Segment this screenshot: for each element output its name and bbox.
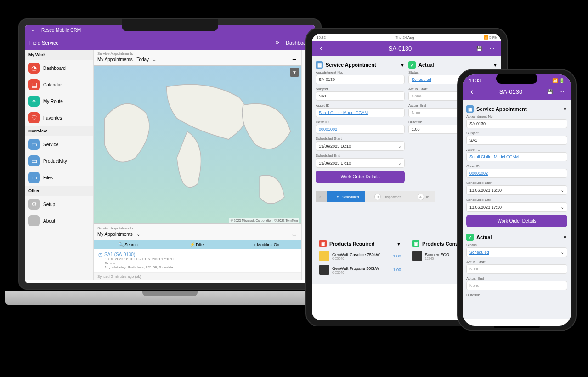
lightning-icon: ⚡ <box>190 242 195 247</box>
sidebar-item-setup[interactable]: ⚙Setup <box>25 196 93 212</box>
sidebar-item-dashboard[interactable]: ◔Dashboard <box>25 60 93 76</box>
dashboard-icon: ◔ <box>28 63 40 74</box>
product-row[interactable]: GenWatt Propane 500kWGC3040 1.00 <box>319 263 401 277</box>
folder-icon: ▭ <box>28 139 40 150</box>
filter-tab[interactable]: ⚡ Filter <box>163 240 232 249</box>
export-icon[interactable]: ▭ <box>290 230 298 238</box>
back-icon[interactable]: ‹ <box>317 45 325 52</box>
calendar-icon: ▦ <box>466 105 474 113</box>
chevron-down-icon[interactable]: ▼ <box>563 235 567 240</box>
tablet-header: ‹ SA-0130 💾 ⋯ <box>312 41 501 56</box>
battery-icon: 🔋 <box>559 78 565 83</box>
search-tab[interactable]: 🔍 Search <box>94 240 163 249</box>
appt-no-field[interactable]: SA-0130 <box>466 119 567 128</box>
sched-end-field[interactable]: 13/06/2023 17:10⌄ <box>316 158 405 168</box>
sort-tab[interactable]: ↓ Modified On <box>232 240 301 249</box>
sort-icon: ↓ <box>254 242 256 247</box>
phone-notch <box>496 74 537 84</box>
folder-icon: ▭ <box>28 172 40 183</box>
check-icon: ✓ <box>408 61 416 69</box>
chevron-down-icon[interactable]: ⌄ <box>151 56 158 63</box>
wifi-icon: 📶 <box>484 35 488 40</box>
case-field[interactable]: 00001002 <box>466 169 567 178</box>
chevron-down-icon[interactable]: ⌄ <box>135 230 142 238</box>
folder-icon: ▭ <box>28 155 40 166</box>
act-end-field[interactable]: None <box>466 281 567 290</box>
appointment-row[interactable]: ◷ SA1 (SA-0130) 13. 6. 2023 16:10:00 - 1… <box>94 249 301 273</box>
subject-field[interactable]: SA1 <box>316 91 405 101</box>
sidebar-group-other: Other <box>25 186 93 196</box>
info-icon: i <box>28 215 40 226</box>
filter-icon[interactable]: ▼ <box>290 68 299 77</box>
phone-home-indicator <box>494 326 540 328</box>
chevron-down-icon: ⌄ <box>560 205 564 210</box>
map[interactable]: ▼ © 2023 Microsoft Corporation, © 2023 T… <box>94 65 301 224</box>
section-actual[interactable]: ✓ Actual ▼ <box>466 232 567 243</box>
progress-scheduled[interactable]: ✦Scheduled <box>327 191 366 202</box>
calendar-icon: ▦ <box>316 61 323 69</box>
sidebar-item-favorites[interactable]: ♡Favorites <box>25 109 93 126</box>
app-title: Resco Mobile CRM <box>41 28 81 33</box>
list-filter-label[interactable]: My Appointments <box>97 232 133 237</box>
sync-status: Synced 2 minutes ago (ok) <box>94 273 301 280</box>
save-icon[interactable]: 💾 <box>546 88 554 95</box>
more-icon[interactable]: ⋯ <box>488 45 496 52</box>
product-thumb <box>319 251 329 261</box>
chevron-left-icon[interactable]: ‹ <box>319 195 321 199</box>
product-thumb <box>412 251 422 261</box>
chevron-down-icon: ⌄ <box>560 250 564 255</box>
sched-start-field[interactable]: 13/06/2023 16:10⌄ <box>316 141 405 151</box>
phone-device: 14:33 📶 🔋 ‹ SA-0130 💾 ⋯ ▦ Service Appoin… <box>457 69 577 331</box>
map-filter-label[interactable]: My Appointments - Today <box>97 57 149 62</box>
laptop-device: ← Resco Mobile CRM Field Service ⟳ Dashb… <box>5 18 335 331</box>
clock-icon: ◷ <box>98 252 102 257</box>
act-start-field[interactable]: None <box>466 264 567 274</box>
sched-end-field[interactable]: 13.06.2023 17:10⌄ <box>466 202 567 212</box>
box-icon: ▣ <box>412 240 419 247</box>
progress-in[interactable]: 4In <box>408 191 436 202</box>
chevron-down-icon[interactable]: ▼ <box>563 107 567 112</box>
sidebar-item-productivity[interactable]: ▭Productivity <box>25 153 93 169</box>
map-attribution: © 2023 Microsoft Corporation, © 2023 Tom… <box>229 218 299 223</box>
product-thumb <box>319 265 329 275</box>
route-icon: ✧ <box>28 96 40 107</box>
sidebar-group-mywork: My Work <box>25 50 93 60</box>
chevron-down-icon: ⌄ <box>398 160 401 166</box>
refresh-icon[interactable]: ⟳ <box>274 39 281 46</box>
signal-icon: 📶 <box>552 78 558 83</box>
module-title: Field Service <box>29 40 59 46</box>
save-icon[interactable]: 💾 <box>475 45 483 52</box>
sidebar-item-files[interactable]: ▭Files <box>25 169 93 186</box>
chevron-down-icon[interactable]: ▼ <box>396 241 401 246</box>
asset-field[interactable]: Scroll Chiller Model CGAM <box>466 152 567 161</box>
chevron-down-icon[interactable]: ▼ <box>400 63 405 68</box>
sidebar-item-about[interactable]: iAbout <box>25 212 93 229</box>
section-appointment[interactable]: ▦ Service Appointment ▼ <box>466 103 567 114</box>
section-appointment[interactable]: ▦ Service Appointment ▼ <box>316 59 405 70</box>
appt-no-field[interactable]: SA-0130 <box>316 75 405 84</box>
sidebar-item-service[interactable]: ▭Service <box>25 136 93 153</box>
map-panel-header: Service Appointments My Appointments - T… <box>94 50 301 65</box>
back-icon[interactable]: ‹ <box>468 88 475 95</box>
check-icon: ✓ <box>466 234 474 241</box>
calendar-icon: ▤ <box>28 79 40 90</box>
phone-header: ‹ SA-0130 💾 ⋯ <box>463 83 571 100</box>
sidebar-item-calendar[interactable]: ▤Calendar <box>25 76 93 93</box>
sidebar-item-myroute[interactable]: ✧My Route <box>25 93 93 109</box>
progress-dispatched[interactable]: 3Dispatched <box>365 191 408 202</box>
subject-field[interactable]: SA1 <box>466 136 567 145</box>
list-view-icon[interactable]: ☰ <box>290 56 298 63</box>
sidebar-group-overview: Overview <box>25 126 93 136</box>
more-icon[interactable]: ⋯ <box>558 88 565 95</box>
product-row[interactable]: GenWatt Gasoline 750kWGC5040 1.00 <box>319 249 401 263</box>
work-order-button[interactable]: Work Order Details <box>466 215 567 227</box>
sched-start-field[interactable]: 13.06.2023 16:10⌄ <box>466 185 567 195</box>
status-field[interactable]: Scheduled⌄ <box>466 247 567 257</box>
tablet-status-bar: 15:32 Thu 24 Aug 📶 59% <box>312 34 501 41</box>
chevron-down-icon[interactable]: ▼ <box>493 63 498 68</box>
asset-field[interactable]: Scroll Chiller Model CGAM <box>316 108 405 117</box>
work-order-button[interactable]: Work Order Details <box>316 171 405 183</box>
section-products-required[interactable]: ▣ Products Required ▼ <box>319 238 401 249</box>
case-field[interactable]: 00001002 <box>316 125 405 134</box>
back-icon[interactable]: ← <box>29 26 37 34</box>
